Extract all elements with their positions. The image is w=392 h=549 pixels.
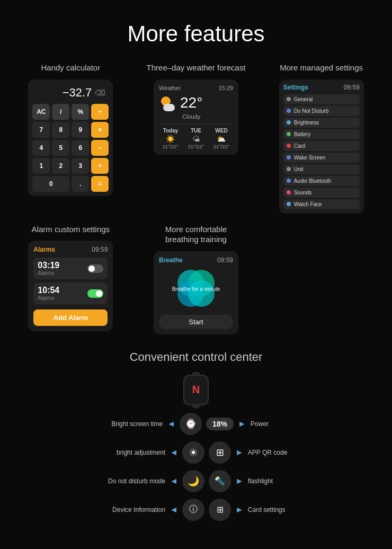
control-label-flashlight: flashlight: [248, 477, 290, 485]
settings-dot-general: [287, 97, 291, 101]
arrow-right-bright: ►: [238, 419, 246, 429]
forecast-tue: TUE 🌤 21°/22°: [184, 128, 208, 149]
control-btn-moon[interactable]: 🌙: [182, 470, 204, 492]
calc-slash[interactable]: /: [52, 104, 69, 120]
control-btn-grid[interactable]: ⊞: [209, 499, 231, 521]
alarm-item-1: 03:19 Alarms: [33, 258, 108, 279]
settings-item-donotdisturb[interactable]: Do Not Disturb: [283, 106, 360, 116]
weather-header: Weather 15:29: [159, 85, 233, 91]
alarm-title: Alarms: [33, 246, 55, 253]
arrow-left-bright: ◄: [167, 419, 175, 429]
breathing-section-title: More comfortable breathing training: [165, 224, 227, 245]
settings-item-wakescreen[interactable]: Wake Screen: [283, 153, 360, 163]
control-btn-sun[interactable]: ☀: [182, 441, 204, 464]
add-alarm-button[interactable]: Add Alarm: [33, 309, 108, 326]
control-row-dnd: Do not disturb mode ◄ 🌙 🔦 ► flashlight: [21, 470, 371, 492]
grid-icon: ⊞: [217, 504, 224, 515]
control-row-bright-screen: Bright screen time ◄ ⌚ 18% ► Power: [21, 413, 371, 435]
control-label-bright-screen: Bright screen time: [99, 420, 163, 428]
calc-9[interactable]: 9: [72, 122, 89, 138]
alarm-label-1: Alarms: [38, 270, 59, 276]
control-label-power: Power: [251, 420, 293, 428]
settings-item-audiobluetooth[interactable]: Audio Bluetooth: [283, 176, 360, 186]
alarm-time-2: 10:54: [38, 286, 59, 295]
weather-forecast: Today ☀️ 21°/22° TUE 🌤 21°/22° WED ⛅ 21°…: [159, 124, 233, 149]
breathing-widget: Breathe 09:59 Breathe for a minute Start: [154, 251, 238, 334]
calc-5[interactable]: 5: [52, 140, 69, 156]
watch-face-icon: ⌚: [185, 418, 197, 430]
page-title: More features: [0, 0, 392, 63]
settings-dot-card: [287, 144, 291, 148]
alarm-toggle-2[interactable]: [87, 289, 103, 298]
control-btn-torch[interactable]: 🔦: [209, 470, 231, 492]
settings-item-battery[interactable]: Battery: [283, 129, 360, 139]
breathing-header: Breathe 09:59: [159, 256, 233, 264]
control-label-bright-adj: bright adjustment: [102, 449, 165, 456]
settings-section: More managed settings Settings 09:59 Gen…: [261, 63, 381, 214]
weather-title: Three–day weather forecast: [147, 63, 246, 73]
calc-grid: AC / % ÷ 7 8 9 × 4 5 6 − 1 2 3 + 0 . =: [32, 104, 109, 192]
calc-7[interactable]: 7: [32, 122, 50, 138]
control-btn-qr[interactable]: ⊞: [209, 441, 231, 464]
arrow-right-dnd: ►: [235, 476, 244, 486]
empty-section: [261, 224, 381, 334]
calc-3[interactable]: 3: [72, 158, 89, 174]
calc-delete-icon[interactable]: ⌫: [95, 88, 105, 97]
settings-item-general[interactable]: General: [283, 94, 360, 104]
weather-sun-icon: [159, 94, 176, 111]
arrow-right-device: ►: [235, 505, 244, 515]
calc-2[interactable]: 2: [52, 158, 69, 174]
alarm-time-1: 03:19: [38, 261, 59, 270]
calculator-title: Handy calculator: [41, 63, 100, 73]
calc-4[interactable]: 4: [32, 140, 50, 156]
settings-dot-brightness: [287, 120, 291, 125]
settings-item-unit[interactable]: Unit: [283, 164, 360, 174]
settings-item-brightness[interactable]: Brightness: [283, 118, 360, 128]
alarm-toggle-1[interactable]: [87, 264, 103, 273]
alarm-section: Alarm custom settings Alarms 09:59 03:19…: [11, 224, 131, 334]
calc-6[interactable]: 6: [72, 140, 89, 156]
forecast-wed: WED ⛅ 21°/22°: [210, 128, 233, 149]
alarm-section-title: Alarm custom settings: [32, 224, 110, 235]
settings-title: More managed settings: [280, 63, 363, 73]
calc-subtract[interactable]: −: [91, 140, 109, 156]
calc-8[interactable]: 8: [52, 122, 69, 138]
torch-icon: 🔦: [215, 476, 225, 486]
weather-temp: 22°: [180, 94, 202, 111]
alarm-header: Alarms 09:59: [33, 246, 108, 253]
watch-band-bottom: [192, 405, 200, 408]
calc-equals[interactable]: =: [91, 176, 109, 192]
arrow-left-dnd: ◄: [170, 476, 178, 486]
control-btn-info[interactable]: ⓘ: [182, 499, 204, 521]
calc-ac[interactable]: AC: [32, 104, 50, 120]
settings-time: 09:59: [344, 84, 360, 91]
settings-item-card[interactable]: Card: [283, 141, 360, 151]
control-row-bright-adjust: bright adjustment ◄ ☀ ⊞ ► APP QR code: [21, 441, 371, 464]
control-btn-watch[interactable]: ⌚: [180, 413, 202, 435]
settings-item-watchface[interactable]: Watch Face: [283, 199, 360, 209]
weather-label: Weather: [159, 85, 181, 91]
calc-divide[interactable]: ÷: [91, 104, 109, 120]
breathing-start-button[interactable]: Start: [159, 315, 233, 329]
breathing-time: 09:59: [217, 256, 233, 264]
control-center-visual: N Bright screen time ◄ ⌚ 18% ► Power bri…: [21, 375, 371, 524]
settings-dot-dnd: [287, 109, 291, 113]
calc-multiply[interactable]: ×: [91, 122, 109, 138]
calc-percent[interactable]: %: [72, 104, 89, 120]
control-row-device: Device Information ◄ ⓘ ⊞ ► Card settings: [21, 499, 371, 521]
control-center-section: Convenient control center N Bright scree…: [0, 334, 392, 540]
calc-1[interactable]: 1: [32, 158, 50, 174]
sun-icon: ☀: [189, 446, 198, 459]
settings-widget: Settings 09:59 General Do Not Disturb Br…: [279, 79, 364, 214]
calculator-section: Handy calculator −32.7 ⌫ AC / % ÷ 7 8 9 …: [11, 63, 131, 214]
forecast-today: Today ☀️ 21°/22°: [159, 128, 182, 149]
calc-0[interactable]: 0: [32, 176, 69, 192]
calc-dot[interactable]: .: [72, 176, 89, 192]
breathing-center-text: Breathe for a minute: [172, 286, 220, 292]
breathing-title: Breathe: [159, 256, 183, 264]
settings-item-sounds[interactable]: Sounds: [283, 188, 360, 198]
control-label-dnd: Do not disturb mode: [102, 477, 165, 485]
alarm-item-2: 10:54 Alarms: [33, 282, 108, 304]
calc-add[interactable]: +: [91, 158, 109, 174]
alarm-label-2: Alarms: [38, 295, 59, 301]
